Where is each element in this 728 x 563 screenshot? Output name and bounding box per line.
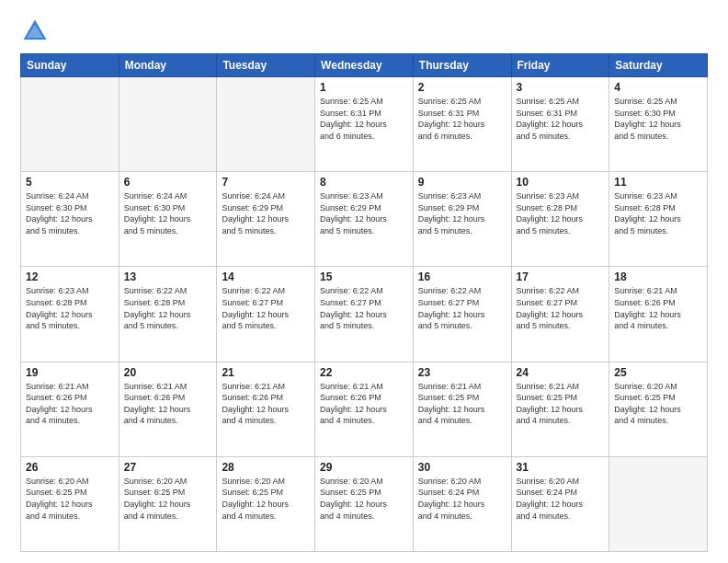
day-number: 2 <box>418 81 506 94</box>
calendar-cell: 10Sunrise: 6:23 AM Sunset: 6:28 PM Dayli… <box>511 172 609 267</box>
day-info: Sunrise: 6:20 AM Sunset: 6:25 PM Dayligh… <box>124 476 212 522</box>
calendar-cell: 30Sunrise: 6:20 AM Sunset: 6:24 PM Dayli… <box>413 456 511 551</box>
calendar-cell <box>217 77 315 172</box>
calendar-cell: 2Sunrise: 6:25 AM Sunset: 6:31 PM Daylig… <box>413 77 511 172</box>
day-info: Sunrise: 6:20 AM Sunset: 6:24 PM Dayligh… <box>418 476 506 522</box>
calendar-cell: 31Sunrise: 6:20 AM Sunset: 6:24 PM Dayli… <box>511 456 609 551</box>
weekday-friday: Friday <box>511 54 609 77</box>
day-number: 9 <box>418 176 506 189</box>
calendar-cell: 11Sunrise: 6:23 AM Sunset: 6:28 PM Dayli… <box>609 172 708 267</box>
day-info: Sunrise: 6:22 AM Sunset: 6:27 PM Dayligh… <box>222 285 310 331</box>
day-info: Sunrise: 6:21 AM Sunset: 6:26 PM Dayligh… <box>222 381 310 427</box>
day-number: 18 <box>614 270 702 283</box>
day-number: 29 <box>320 461 408 474</box>
calendar-cell: 27Sunrise: 6:20 AM Sunset: 6:25 PM Dayli… <box>119 456 217 551</box>
weekday-sunday: Sunday <box>21 54 119 77</box>
day-number: 23 <box>418 366 506 379</box>
week-row-2: 12Sunrise: 6:23 AM Sunset: 6:28 PM Dayli… <box>21 267 708 362</box>
day-info: Sunrise: 6:21 AM Sunset: 6:26 PM Dayligh… <box>614 285 702 331</box>
day-info: Sunrise: 6:23 AM Sunset: 6:29 PM Dayligh… <box>320 190 408 236</box>
day-number: 16 <box>418 270 506 283</box>
day-info: Sunrise: 6:21 AM Sunset: 6:26 PM Dayligh… <box>26 381 114 427</box>
calendar-cell: 5Sunrise: 6:24 AM Sunset: 6:30 PM Daylig… <box>21 172 119 267</box>
week-row-3: 19Sunrise: 6:21 AM Sunset: 6:26 PM Dayli… <box>21 362 708 456</box>
day-info: Sunrise: 6:24 AM Sunset: 6:30 PM Dayligh… <box>124 190 212 236</box>
day-info: Sunrise: 6:24 AM Sunset: 6:30 PM Dayligh… <box>26 190 114 236</box>
day-info: Sunrise: 6:25 AM Sunset: 6:30 PM Dayligh… <box>614 96 702 142</box>
day-info: Sunrise: 6:25 AM Sunset: 6:31 PM Dayligh… <box>320 96 408 142</box>
day-number: 1 <box>320 81 408 94</box>
day-info: Sunrise: 6:20 AM Sunset: 6:24 PM Dayligh… <box>517 476 605 522</box>
calendar-cell: 6Sunrise: 6:24 AM Sunset: 6:30 PM Daylig… <box>119 172 217 267</box>
day-number: 25 <box>614 366 702 379</box>
day-info: Sunrise: 6:23 AM Sunset: 6:28 PM Dayligh… <box>614 190 702 236</box>
weekday-tuesday: Tuesday <box>217 54 315 77</box>
day-number: 31 <box>517 461 605 474</box>
day-number: 17 <box>517 270 605 283</box>
calendar-cell: 4Sunrise: 6:25 AM Sunset: 6:30 PM Daylig… <box>609 77 708 172</box>
calendar-cell: 14Sunrise: 6:22 AM Sunset: 6:27 PM Dayli… <box>217 267 315 362</box>
weekday-thursday: Thursday <box>413 54 511 77</box>
day-info: Sunrise: 6:22 AM Sunset: 6:27 PM Dayligh… <box>320 285 408 331</box>
day-number: 4 <box>614 81 702 94</box>
day-number: 8 <box>320 176 408 189</box>
day-number: 21 <box>222 366 310 379</box>
day-info: Sunrise: 6:23 AM Sunset: 6:28 PM Dayligh… <box>517 190 605 236</box>
calendar-cell: 29Sunrise: 6:20 AM Sunset: 6:25 PM Dayli… <box>315 456 414 551</box>
day-number: 27 <box>124 461 212 474</box>
day-number: 22 <box>320 366 408 379</box>
calendar-cell: 7Sunrise: 6:24 AM Sunset: 6:29 PM Daylig… <box>217 172 315 267</box>
week-row-1: 5Sunrise: 6:24 AM Sunset: 6:30 PM Daylig… <box>21 172 708 267</box>
calendar-cell: 18Sunrise: 6:21 AM Sunset: 6:26 PM Dayli… <box>609 267 708 362</box>
day-info: Sunrise: 6:21 AM Sunset: 6:26 PM Dayligh… <box>320 381 408 427</box>
calendar-cell: 15Sunrise: 6:22 AM Sunset: 6:27 PM Dayli… <box>315 267 414 362</box>
calendar-cell: 3Sunrise: 6:25 AM Sunset: 6:31 PM Daylig… <box>511 77 609 172</box>
calendar-cell: 23Sunrise: 6:21 AM Sunset: 6:25 PM Dayli… <box>413 362 511 456</box>
calendar-table: SundayMondayTuesdayWednesdayThursdayFrid… <box>20 53 708 552</box>
day-info: Sunrise: 6:20 AM Sunset: 6:25 PM Dayligh… <box>614 381 702 427</box>
day-info: Sunrise: 6:20 AM Sunset: 6:25 PM Dayligh… <box>320 476 408 522</box>
calendar-cell: 25Sunrise: 6:20 AM Sunset: 6:25 PM Dayli… <box>609 362 708 456</box>
calendar-cell: 12Sunrise: 6:23 AM Sunset: 6:28 PM Dayli… <box>21 267 119 362</box>
day-number: 13 <box>124 270 212 283</box>
header <box>20 17 708 46</box>
day-number: 10 <box>517 176 605 189</box>
day-info: Sunrise: 6:20 AM Sunset: 6:25 PM Dayligh… <box>222 476 310 522</box>
day-info: Sunrise: 6:23 AM Sunset: 6:29 PM Dayligh… <box>418 190 506 236</box>
day-number: 11 <box>614 176 702 189</box>
day-info: Sunrise: 6:22 AM Sunset: 6:27 PM Dayligh… <box>418 285 506 331</box>
day-number: 12 <box>26 270 114 283</box>
day-info: Sunrise: 6:21 AM Sunset: 6:26 PM Dayligh… <box>124 381 212 427</box>
logo <box>20 17 53 46</box>
calendar-cell <box>609 456 708 551</box>
day-number: 24 <box>517 366 605 379</box>
day-info: Sunrise: 6:21 AM Sunset: 6:25 PM Dayligh… <box>517 381 605 427</box>
day-info: Sunrise: 6:25 AM Sunset: 6:31 PM Dayligh… <box>418 96 506 142</box>
week-row-4: 26Sunrise: 6:20 AM Sunset: 6:25 PM Dayli… <box>21 456 708 551</box>
calendar-cell: 1Sunrise: 6:25 AM Sunset: 6:31 PM Daylig… <box>315 77 414 172</box>
week-row-0: 1Sunrise: 6:25 AM Sunset: 6:31 PM Daylig… <box>21 77 708 172</box>
day-number: 14 <box>222 270 310 283</box>
page: SundayMondayTuesdayWednesdayThursdayFrid… <box>0 0 728 563</box>
calendar-cell: 28Sunrise: 6:20 AM Sunset: 6:25 PM Dayli… <box>217 456 315 551</box>
day-number: 3 <box>517 81 605 94</box>
calendar-cell: 9Sunrise: 6:23 AM Sunset: 6:29 PM Daylig… <box>413 172 511 267</box>
day-info: Sunrise: 6:24 AM Sunset: 6:29 PM Dayligh… <box>222 190 310 236</box>
calendar-cell: 16Sunrise: 6:22 AM Sunset: 6:27 PM Dayli… <box>413 267 511 362</box>
calendar-cell: 17Sunrise: 6:22 AM Sunset: 6:27 PM Dayli… <box>511 267 609 362</box>
logo-icon <box>20 17 50 46</box>
calendar-cell: 20Sunrise: 6:21 AM Sunset: 6:26 PM Dayli… <box>119 362 217 456</box>
weekday-monday: Monday <box>119 54 217 77</box>
day-number: 30 <box>418 461 506 474</box>
calendar-cell: 8Sunrise: 6:23 AM Sunset: 6:29 PM Daylig… <box>315 172 414 267</box>
weekday-wednesday: Wednesday <box>315 54 414 77</box>
day-number: 7 <box>222 176 310 189</box>
calendar-cell: 26Sunrise: 6:20 AM Sunset: 6:25 PM Dayli… <box>21 456 119 551</box>
weekday-header-row: SundayMondayTuesdayWednesdayThursdayFrid… <box>21 54 708 77</box>
day-number: 28 <box>222 461 310 474</box>
calendar-cell: 22Sunrise: 6:21 AM Sunset: 6:26 PM Dayli… <box>315 362 414 456</box>
calendar-cell <box>119 77 217 172</box>
calendar-cell: 21Sunrise: 6:21 AM Sunset: 6:26 PM Dayli… <box>217 362 315 456</box>
calendar-cell: 13Sunrise: 6:22 AM Sunset: 6:28 PM Dayli… <box>119 267 217 362</box>
day-info: Sunrise: 6:21 AM Sunset: 6:25 PM Dayligh… <box>418 381 506 427</box>
